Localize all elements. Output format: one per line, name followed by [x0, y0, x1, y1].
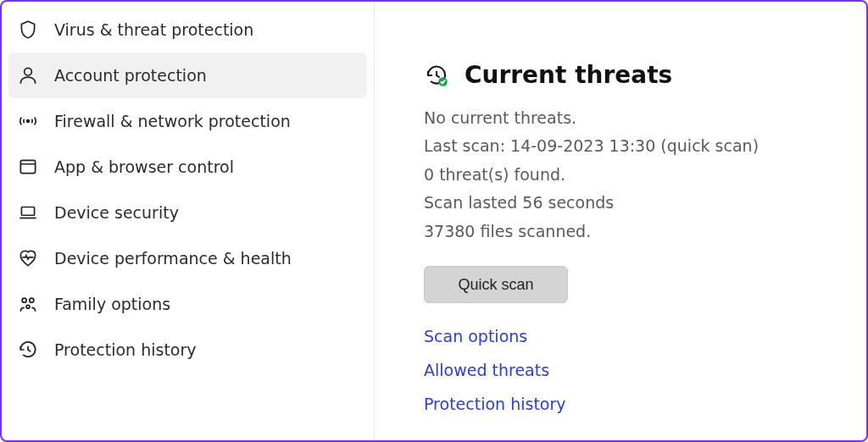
sidebar-nav: Virus & threat protection Account protec… — [2, 2, 375, 440]
sidebar-item-device[interactable]: Device security — [8, 190, 367, 235]
sidebar-item-app[interactable]: App & browser control — [8, 144, 367, 190]
sidebar-item-label: App & browser control — [54, 157, 234, 176]
sidebar-item-account[interactable]: Account protection — [8, 52, 367, 98]
sidebar-item-label: Device performance & health — [54, 249, 292, 268]
sidebar-item-label: Device security — [54, 203, 179, 222]
heart-pulse-icon — [17, 247, 39, 269]
laptop-icon — [17, 202, 39, 224]
link-allowed-threats[interactable]: Allowed threats — [424, 361, 549, 379]
status-no-threats: No current threats. — [424, 106, 841, 130]
antenna-icon — [17, 110, 39, 132]
window-icon — [17, 156, 39, 178]
family-icon — [17, 293, 39, 315]
main-pane: Current threats No current threats. Last… — [375, 2, 866, 440]
status-files-scanned: 37380 files scanned. — [424, 219, 841, 244]
svg-point-6 — [30, 298, 34, 302]
quick-scan-button[interactable]: Quick scan — [424, 266, 568, 303]
sidebar-item-family[interactable]: Family options — [8, 281, 367, 327]
threat-status-block: No current threats. Last scan: 14-09-202… — [424, 106, 841, 244]
svg-point-5 — [22, 298, 26, 302]
link-scan-options[interactable]: Scan options — [424, 327, 527, 345]
svg-point-1 — [27, 120, 30, 123]
status-threats-found: 0 threat(s) found. — [424, 163, 841, 187]
section-title: Current threats — [465, 61, 672, 89]
link-protection-history[interactable]: Protection history — [424, 395, 566, 413]
sidebar-item-virus[interactable]: Virus & threat protection — [8, 7, 367, 52]
svg-rect-4 — [21, 207, 34, 216]
sidebar-item-label: Account protection — [54, 66, 207, 85]
status-scan-duration: Scan lasted 56 seconds — [424, 191, 841, 215]
links-block: Scan options Allowed threats Protection … — [424, 327, 841, 413]
sidebar-item-label: Family options — [54, 295, 170, 313]
sidebar-item-history[interactable]: Protection history — [8, 327, 367, 373]
history-icon — [17, 339, 39, 361]
svg-rect-2 — [20, 160, 35, 173]
history-check-icon — [424, 63, 449, 88]
svg-point-7 — [26, 305, 30, 308]
sidebar-item-label: Virus & threat protection — [54, 20, 253, 39]
account-icon — [17, 64, 39, 86]
shield-icon — [17, 19, 39, 41]
sidebar-item-firewall[interactable]: Firewall & network protection — [8, 98, 367, 144]
sidebar-item-label: Protection history — [54, 340, 197, 359]
sidebar-item-perf[interactable]: Device performance & health — [8, 235, 367, 281]
svg-point-0 — [25, 68, 32, 75]
sidebar-item-label: Firewall & network protection — [54, 112, 291, 130]
status-last-scan: Last scan: 14-09-2023 13:30 (quick scan) — [424, 134, 841, 158]
windows-security-window: Virus & threat protection Account protec… — [0, 0, 868, 442]
section-header: Current threats — [424, 61, 841, 89]
